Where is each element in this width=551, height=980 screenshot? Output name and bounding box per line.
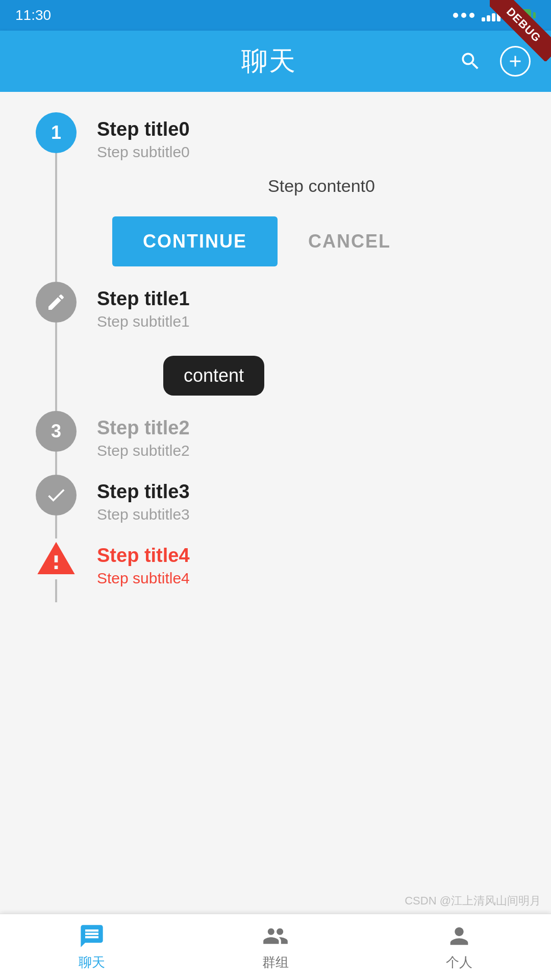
step-subtitle-3: Step subtitle3 <box>97 506 531 523</box>
continue-button[interactable]: CONTINUE <box>112 216 278 266</box>
step-circle-2: 3 <box>36 411 77 452</box>
status-dot-3 <box>469 13 474 18</box>
nav-item-chat[interactable]: 聊天 <box>0 914 184 980</box>
group-nav-icon <box>262 923 289 949</box>
step-title-4: Step title4 <box>97 545 531 567</box>
step-item-3: Step title3 Step subtitle3 <box>31 475 551 538</box>
step-left-2: 3 <box>31 411 82 475</box>
step-circle-1 <box>36 282 77 323</box>
step-subtitle-2: Step subtitle2 <box>97 442 531 459</box>
step-right-2: Step title2 Step subtitle2 <box>82 411 551 475</box>
step-left-1 <box>31 282 82 411</box>
step-connector-0 <box>55 153 57 282</box>
step-left-4 <box>31 538 82 602</box>
step-item-0: 1 Step title0 Step subtitle0 Step conten… <box>31 112 551 282</box>
step-title-2: Step title2 <box>97 417 531 439</box>
step-right-1: Step title1 Step subtitle1 content <box>82 282 551 411</box>
pencil-icon <box>46 292 66 312</box>
step-buttons-0: CONTINUE CANCEL <box>112 216 531 266</box>
step-circle-4 <box>36 538 77 579</box>
status-dot-1 <box>453 13 458 18</box>
step-circle-3 <box>36 475 77 516</box>
chat-icon <box>79 923 105 949</box>
step-content-text-0: Step content0 <box>112 176 531 196</box>
step-item-2: 3 Step title2 Step subtitle2 <box>31 411 551 475</box>
main-content: 1 Step title0 Step subtitle0 Step conten… <box>0 92 551 914</box>
step-subtitle-0: Step subtitle0 <box>97 143 531 161</box>
step-circle-label-2: 3 <box>51 421 61 442</box>
step-item-1: Step title1 Step subtitle1 content <box>31 282 551 411</box>
step-title-3: Step title3 <box>97 481 531 503</box>
debug-badge: DEBUG <box>490 0 551 61</box>
profile-nav-icon <box>446 923 472 949</box>
step-left-3 <box>31 475 82 538</box>
status-bar: 11:30 <box>0 0 551 31</box>
step-left-0: 1 <box>31 112 82 282</box>
debug-ribbon-label: DEBUG <box>490 0 551 61</box>
profile-nav-label: 个人 <box>446 953 472 971</box>
step-item-4: Step title4 Step subtitle4 <box>31 538 551 602</box>
step-right-3: Step title3 Step subtitle3 <box>82 475 551 538</box>
watermark: CSDN @江上清风山间明月 <box>405 893 541 909</box>
step-content-area-1: content <box>97 346 531 396</box>
step-subtitle-4: Step subtitle4 <box>97 570 531 587</box>
status-dots <box>453 13 474 18</box>
step-right-0: Step title0 Step subtitle0 Step content0… <box>82 112 551 282</box>
step-title-0: Step title0 <box>97 118 531 140</box>
step-right-4: Step title4 Step subtitle4 <box>82 538 551 602</box>
step-content-area-0: Step content0 CONTINUE CANCEL <box>97 176 531 266</box>
search-button[interactable] <box>456 47 485 76</box>
app-bar-title: 聊天 <box>82 43 456 79</box>
cancel-button[interactable]: CANCEL <box>288 216 411 266</box>
signal-bar-1 <box>482 17 485 21</box>
step-subtitle-1: Step subtitle1 <box>97 313 531 330</box>
status-dot-2 <box>461 13 466 18</box>
search-icon <box>459 50 482 72</box>
group-nav-label: 群组 <box>262 953 289 971</box>
step-connector-3 <box>55 516 57 538</box>
chat-nav-icon <box>79 923 105 949</box>
nav-item-profile[interactable]: 个人 <box>367 914 551 980</box>
step-connector-2 <box>55 452 57 475</box>
warning-icon <box>36 538 77 579</box>
group-icon <box>262 923 289 949</box>
stepper: 1 Step title0 Step subtitle0 Step conten… <box>0 112 551 602</box>
step-connector-4 <box>55 579 57 602</box>
chat-nav-label: 聊天 <box>79 953 105 971</box>
step-connector-1 <box>55 323 57 411</box>
nav-item-group[interactable]: 群组 <box>184 914 367 980</box>
status-time: 11:30 <box>15 7 51 23</box>
step-title-1: Step title1 <box>97 288 531 310</box>
step-circle-label-0: 1 <box>51 122 61 143</box>
check-icon <box>45 484 67 506</box>
step-circle-0: 1 <box>36 112 77 153</box>
tooltip-bubble-1: content <box>163 356 264 396</box>
app-bar: 聊天 <box>0 31 551 92</box>
profile-icon <box>446 923 472 949</box>
bottom-nav: 聊天 群组 个人 <box>0 914 551 980</box>
